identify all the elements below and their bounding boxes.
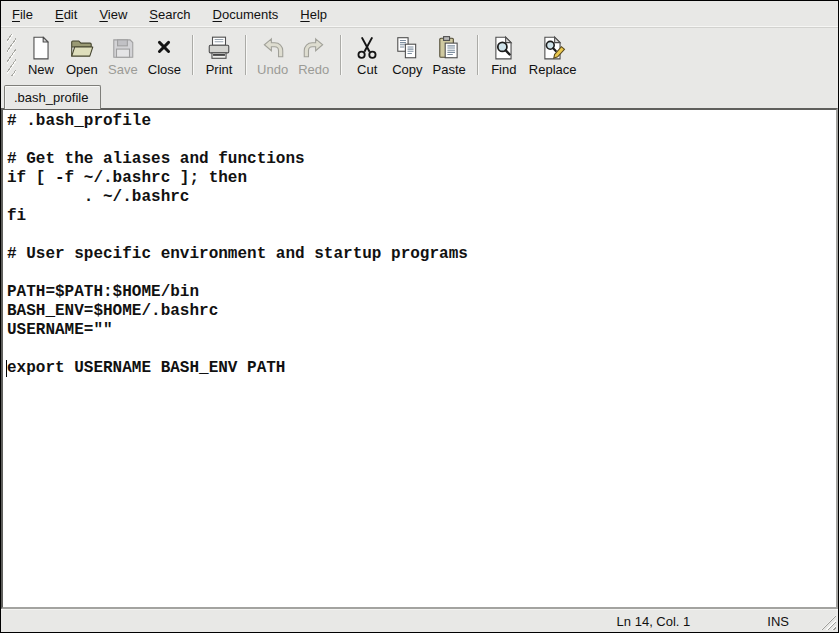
toolbar-label: Save [108, 62, 138, 77]
menu-view[interactable]: View [88, 3, 138, 26]
editor-line-text: BASH_ENV=$HOME/.bashrc [7, 302, 218, 320]
editor-line-text: # Get the aliases and functions [7, 150, 305, 168]
toolbar-label: Cut [357, 62, 377, 77]
toolbar-label: Copy [392, 62, 422, 77]
clipboard-paste-icon [436, 34, 462, 61]
open-folder-icon [69, 34, 95, 61]
menu-search[interactable]: Search [138, 3, 201, 26]
paste-button[interactable]: Paste [428, 32, 471, 78]
redo-arrow-icon [301, 34, 327, 61]
tab-bash-profile[interactable]: .bash_profile [4, 85, 101, 109]
toolbar-label: Open [66, 62, 98, 77]
editor-line: BASH_ENV=$HOME/.bashrc [7, 302, 834, 321]
find-magnifier-icon [491, 34, 517, 61]
replace-button[interactable]: Replace [524, 32, 582, 78]
close-x-icon [151, 34, 177, 61]
editor-line: # User specific environment and startup … [7, 245, 834, 264]
copy-button[interactable]: Copy [387, 32, 427, 78]
copy-pages-icon [394, 34, 420, 61]
toolbar-separator [340, 35, 341, 75]
editor-line: PATH=$PATH:$HOME/bin [7, 283, 834, 302]
undo-arrow-icon [260, 34, 286, 61]
statusbar: Ln 14, Col. 1 INS [1, 609, 838, 632]
editor-line-text: . ~/.bashrc [7, 188, 189, 206]
text-cursor [6, 360, 7, 377]
editor-line-text: fi [7, 207, 26, 225]
save-floppy-icon [110, 34, 136, 61]
menu-documents[interactable]: Documents [202, 3, 290, 26]
toolbar-label: Replace [529, 62, 577, 77]
editor-line: # .bash_profile [7, 112, 834, 131]
menu-file[interactable]: File [1, 3, 44, 26]
editor-window: File Edit View Search Documents Help New [0, 0, 839, 633]
toolbar-label: Close [148, 62, 181, 77]
editor-line-text: if [ -f ~/.bashrc ]; then [7, 169, 247, 187]
menubar: File Edit View Search Documents Help [1, 1, 838, 28]
editor-line [7, 226, 834, 245]
editor-line: # Get the aliases and functions [7, 150, 834, 169]
toolbar-label: New [28, 62, 54, 77]
cursor-position-indicator: Ln 14, Col. 1 [617, 614, 691, 629]
editor-line-text: # .bash_profile [7, 112, 151, 130]
close-button[interactable]: Close [143, 32, 186, 78]
cut-button[interactable]: Cut [347, 32, 387, 78]
editor-line [7, 131, 834, 150]
tab-strip: .bash_profile [1, 83, 838, 109]
toolbar-separator [477, 35, 478, 75]
toolbar-label: Find [491, 62, 516, 77]
toolbar-drag-handle[interactable] [7, 34, 16, 76]
menu-edit[interactable]: Edit [44, 3, 88, 26]
printer-icon [206, 34, 232, 61]
editor-line: if [ -f ~/.bashrc ]; then [7, 169, 834, 188]
editor-line: . ~/.bashrc [7, 188, 834, 207]
undo-button: Undo [252, 32, 293, 78]
toolbar-separator [192, 35, 193, 75]
text-editor-area[interactable]: # .bash_profile # Get the aliases and fu… [1, 108, 838, 609]
resize-grip[interactable] [821, 615, 836, 630]
editor-line-text: export USERNAME BASH_ENV PATH [7, 359, 285, 377]
open-button[interactable]: Open [61, 32, 103, 78]
replace-magnifier-pencil-icon [540, 34, 566, 61]
print-button[interactable]: Print [199, 32, 239, 78]
toolbar-separator [245, 35, 246, 75]
editor-line: fi [7, 207, 834, 226]
menu-help[interactable]: Help [289, 3, 338, 26]
scissors-icon [354, 34, 380, 61]
new-document-icon [28, 34, 54, 61]
editor-line: USERNAME="" [7, 321, 834, 340]
redo-button: Redo [293, 32, 334, 78]
editor-line-text: # User specific environment and startup … [7, 245, 468, 263]
editor-line-text: PATH=$PATH:$HOME/bin [7, 283, 199, 301]
toolbar-label: Paste [433, 62, 466, 77]
insert-mode-indicator: INS [767, 614, 789, 629]
editor-line: export USERNAME BASH_ENV PATH [7, 359, 834, 378]
editor-line-text: USERNAME="" [7, 321, 113, 339]
toolbar-label: Undo [257, 62, 288, 77]
toolbar-label: Redo [298, 62, 329, 77]
new-button[interactable]: New [21, 32, 61, 78]
find-button[interactable]: Find [484, 32, 524, 78]
editor-line [7, 340, 834, 359]
toolbar-label: Print [206, 62, 233, 77]
toolbar: New Open Save [1, 28, 838, 83]
save-button: Save [103, 32, 143, 78]
editor-line [7, 264, 834, 283]
